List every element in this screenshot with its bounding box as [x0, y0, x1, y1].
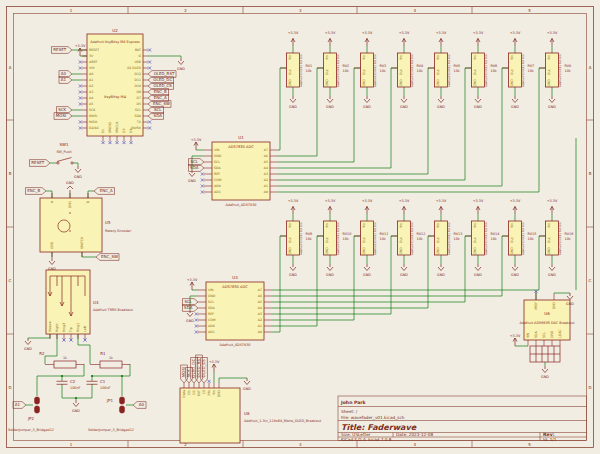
frame-row-label: B [589, 171, 592, 176]
component-slide-pot[interactable]: +3.3V Vin Out GND Adafruit SC6031 Pot 10… [354, 31, 386, 109]
gnd-label: GND [24, 347, 32, 351]
svg-text:SCL: SCL [184, 299, 192, 304]
global-label[interactable]: A1 [13, 402, 26, 409]
svg-text:3Vo: 3Vo [207, 390, 211, 396]
global-label[interactable]: ENC_B [26, 188, 47, 195]
gnd-symbol[interactable]: GND [541, 366, 549, 379]
global-label[interactable]: SDA [148, 113, 164, 120]
component-slide-pot[interactable]: +3.3V Vin Out GND Adafruit SC6031 Pot 10… [391, 31, 423, 109]
global-label[interactable]: RESET [52, 47, 73, 54]
c1-ref: C1 [100, 379, 106, 384]
component-c2-capacitor[interactable]: C2 100nF [57, 379, 81, 390]
component-slide-pot[interactable]: +3.3V Vin Out GND Adafruit SC6031 Pot 10… [280, 31, 312, 109]
u3-part-name: ADS7830 ADC [222, 285, 248, 289]
pin: COM [201, 178, 222, 182]
global-label[interactable]: MOSI [54, 113, 72, 120]
global-label[interactable]: RESET [30, 160, 51, 167]
component-slide-pot[interactable]: +3.3V Vin Out GND Adafruit SC6031 Pot 10… [465, 199, 499, 277]
component-u2-itsybitsy[interactable]: U2 Adafruit ItsyBitsy M4 Express ItsyBit… [79, 28, 151, 145]
title-block: John Park Sheet: / File: wavefader_v01.k… [338, 396, 587, 442]
svg-text:Vin: Vin [212, 390, 216, 395]
svg-text:Left: Left [83, 325, 87, 332]
svg-text:SCK: SCK [89, 108, 96, 112]
component-slide-pot[interactable]: +3.3V Vin Out GND Adafruit SC6031 Pot 10… [428, 199, 462, 277]
gnd-symbol [364, 264, 370, 271]
svg-text:Out: Out [362, 68, 366, 75]
component-u6-dac-breakout[interactable]: U6 Adafruit AD5693R DAC Breakout VREF GN… [519, 290, 575, 346]
component-r2-resistor[interactable]: R2 1k [39, 351, 84, 368]
svg-text:Out: Out [399, 68, 403, 75]
gnd-symbol[interactable]: GND [566, 293, 574, 306]
u6-output-connector[interactable] [530, 346, 560, 362]
component-slide-pot[interactable]: +3.3V Vin Out GND Adafruit SC6031 Pot 10… [317, 31, 349, 109]
gnd-symbol[interactable]: GND [188, 170, 196, 183]
slide-pot-value: 10k [565, 69, 571, 73]
component-slide-pot[interactable]: +3.3V Vin Out GND Adafruit SC6031 Pot 10… [354, 199, 388, 277]
component-slide-pot[interactable]: +3.3V Vin Out GND Adafruit SC6031 Pot 10… [391, 199, 425, 277]
svg-text:GND: GND [208, 294, 216, 298]
gnd-symbol[interactable]: GND [186, 310, 194, 323]
global-label[interactable]: ENC_A [94, 188, 115, 195]
gnd-symbol[interactable]: GND [74, 166, 82, 179]
svg-text:MOSI: MOSI [56, 113, 66, 118]
component-u5-rotary-encoder[interactable]: U5 Rotary Encoder A GND B [40, 181, 132, 258]
svg-text:D5: D5 [137, 102, 141, 106]
component-r1-resistor[interactable]: R1 1k [90, 351, 130, 368]
v33-symbol[interactable]: +3.3V [187, 278, 198, 291]
svg-text:GND: GND [550, 330, 554, 338]
u8-ref: U8 [244, 411, 250, 416]
svg-text:A4: A4 [258, 306, 262, 310]
gnd-symbol[interactable]: GND [24, 338, 32, 351]
v33-symbol[interactable]: +3.3V [510, 334, 521, 347]
svg-text:SDA: SDA [534, 331, 538, 338]
global-label[interactable]: OLED_CS [201, 358, 208, 384]
v33-symbol[interactable]: +3.3V [209, 360, 220, 373]
component-u3-ads7830[interactable]: U3 ADS7830 ADC Adafruit_ADS7830 VIN GND … [195, 275, 272, 347]
component-u4-trrs-breakout[interactable]: U4 Adafruit TRRS Breakout Sleeve Right R… [46, 270, 133, 339]
svg-text:SCL: SCL [214, 160, 220, 164]
global-label[interactable]: ENC_SW [96, 254, 119, 261]
component-u1-ads7830[interactable]: U1 ADS7830 ADC Adafruit_ADS7830 VIN GND … [201, 135, 278, 207]
svg-text:A0: A0 [139, 402, 145, 407]
component-slide-pot[interactable]: +3.3V Vin Out GND Adafruit SC6031 Pot 10… [539, 31, 571, 109]
component-slide-pot[interactable]: +3.3V Vin Out GND Adafruit SC6031 Pot 10… [280, 199, 312, 277]
component-jp1-solder-jumper[interactable]: JP1 SolderJumper_3_Bridged12 [88, 397, 134, 432]
titleblock-title: Title: Faderwave [341, 423, 417, 432]
gnd-symbol[interactable]: GND [48, 258, 56, 271]
svg-text:ENC_SW: ENC_SW [153, 101, 170, 106]
gnd-symbol[interactable]: GND [72, 400, 80, 413]
svg-text:Out: Out [510, 236, 514, 243]
schematic-sheet: 12345 12345 ABCD ABCD U2 Adafruit ItsyBi… [0, 0, 600, 454]
gnd-symbol [438, 96, 444, 103]
component-slide-pot[interactable]: +3.3V Vin Out GND Adafruit SC6031 Pot 10… [502, 199, 536, 277]
component-sw1-push-button[interactable]: SW1 SW_Push [56, 142, 74, 164]
pin: A6 [258, 294, 272, 298]
v33-symbol [550, 207, 554, 215]
frame-col-label: 1 [70, 8, 73, 13]
gnd-symbol[interactable]: GND [243, 378, 251, 391]
slide-pot-value: 10k [343, 69, 349, 73]
v33-symbol[interactable]: +3.3V [191, 138, 202, 151]
pin: GND [550, 330, 554, 346]
component-slide-pot[interactable]: +3.3V Vin Out GND Adafruit SC6031 Pot 10… [465, 31, 497, 109]
svg-text:USB: USB [134, 60, 141, 64]
component-slide-pot[interactable]: +3.3V Vin Out GND Adafruit SC6031 Pot 10… [317, 199, 351, 277]
component-slide-pot[interactable]: +3.3V Vin Out GND Adafruit SC6031 Pot 10… [428, 31, 460, 109]
global-label[interactable]: A0 [133, 402, 146, 409]
slide-pot-ref: RV2 [343, 64, 350, 68]
svg-text:D7: D7 [137, 96, 141, 100]
v33-label: +3.3V [325, 199, 336, 203]
svg-text:Out: Out [510, 68, 514, 75]
global-label[interactable]: A1 [59, 77, 72, 84]
svg-text:D3: D3 [122, 129, 126, 133]
component-c1-capacitor[interactable]: C1 100nF [87, 379, 111, 390]
global-label[interactable]: SDA [189, 165, 205, 172]
encoder-top-gnd-symbol: GND [66, 181, 74, 194]
component-slide-pot[interactable]: +3.3V Vin Out GND Adafruit SC6031 Pot 10… [539, 199, 573, 277]
svg-text:Vin: Vin [362, 55, 366, 60]
gnd-symbol [401, 264, 407, 271]
svg-text:OLED_CS: OLED_CS [201, 359, 206, 378]
gnd-symbol[interactable]: GND [177, 58, 185, 71]
component-slide-pot[interactable]: +3.3V Vin Out GND Adafruit SC6031 Pot 10… [502, 31, 534, 109]
pin: A4 [79, 96, 93, 100]
